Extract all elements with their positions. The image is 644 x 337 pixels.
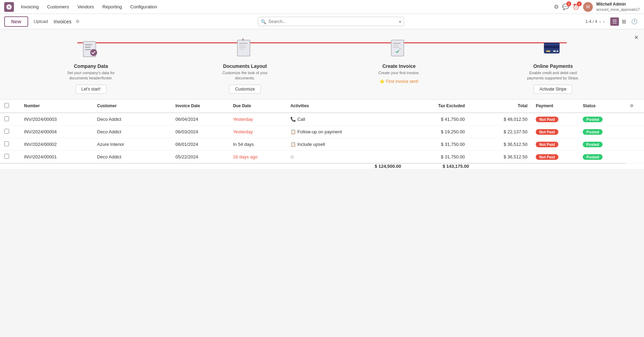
lets-start-button[interactable]: Let's start! <box>76 85 107 94</box>
svg-rect-15 <box>399 48 402 49</box>
row-checkbox[interactable] <box>4 154 9 159</box>
pagination-next[interactable]: › <box>603 19 605 24</box>
customer-name[interactable]: Azure Interior <box>93 138 171 150</box>
invoice-number[interactable]: INV/2024/00003 <box>20 113 93 126</box>
row-settings-cell <box>626 150 644 163</box>
kanban-view-icon[interactable]: ⊞ <box>620 17 628 26</box>
invoice-number[interactable]: INV/2024/00002 <box>20 138 93 150</box>
upload-button[interactable]: Upload <box>31 17 51 25</box>
col-header-settings[interactable]: ⚙ <box>626 100 644 113</box>
onboarding-step-invoice: Create Invoice Create your first invoice… <box>322 36 476 84</box>
customer-name[interactable]: Deco Addict <box>93 113 171 126</box>
phone-icon: 📞 <box>290 117 296 122</box>
activity-cell[interactable]: 📋Include upsell <box>286 138 401 150</box>
nav-configuration[interactable]: Configuration <box>129 4 158 9</box>
create-invoice-icon <box>387 36 411 61</box>
svg-rect-3 <box>85 49 91 50</box>
row-checkbox-cell[interactable] <box>0 150 20 163</box>
invoice-number[interactable]: INV/2024/00004 <box>20 125 93 138</box>
svg-rect-6 <box>239 43 248 44</box>
onboarding-step-layout: Documents Layout Customize the look of y… <box>168 36 322 94</box>
nav-vendors[interactable]: Vendors <box>76 4 95 9</box>
step-invoice-status-label: First invoice sent! <box>386 79 418 84</box>
invoice-date: 06/03/2024 <box>171 125 229 138</box>
svg-rect-20 <box>557 50 558 52</box>
row-checkbox[interactable] <box>4 129 9 134</box>
onboarding-close-button[interactable]: × <box>634 33 638 41</box>
select-all-checkbox[interactable] <box>4 103 9 108</box>
circle-icon: ⊙ <box>290 154 294 159</box>
status-badge-cell: Posted <box>579 138 626 150</box>
pagination-prev[interactable]: ‹ <box>599 19 601 24</box>
step-company-desc: Set your company's data for documents he… <box>60 70 122 81</box>
payment-badge-cell: Not Paid <box>532 125 579 138</box>
total: $ 48,012.50 <box>469 113 532 126</box>
activity-cell[interactable]: 📞Call <box>286 113 401 126</box>
col-header-invoice-date[interactable]: Invoice Date <box>171 100 229 113</box>
payment-badge-cell: Not Paid <box>532 150 579 163</box>
row-checkbox[interactable] <box>4 141 9 146</box>
svg-rect-2 <box>85 47 91 48</box>
col-select-all[interactable] <box>0 100 20 113</box>
step-invoice-status: ⭐ First invoice sent! <box>379 79 418 84</box>
search-input[interactable] <box>258 17 404 26</box>
row-checkbox-cell[interactable] <box>0 113 20 126</box>
list-view-icon[interactable]: ☰ <box>610 17 619 26</box>
total: $ 36,512.50 <box>469 150 532 163</box>
activity-cell[interactable]: 📋Follow-up on payment <box>286 125 401 138</box>
activate-stripe-button[interactable]: Activate Stripe <box>534 85 572 94</box>
row-settings-cell <box>626 113 644 126</box>
settings-icon-btn[interactable]: ⚙ <box>554 3 559 10</box>
col-header-activities[interactable]: Activities <box>286 100 401 113</box>
not-paid-badge: Not Paid <box>536 129 558 135</box>
col-header-payment[interactable]: Payment <box>532 100 579 113</box>
customer-name[interactable]: Deco Addict <box>93 125 171 138</box>
clock-view-icon[interactable]: 🕐 <box>629 17 640 26</box>
row-settings-cell <box>626 138 644 150</box>
col-header-status[interactable]: Status <box>579 100 626 113</box>
top-nav-right: ⚙ 💬 2 ⏰ 1 M Mitchell Admin account_move_… <box>554 2 640 12</box>
status-star-icon: ⭐ <box>379 79 385 84</box>
invoice-number[interactable]: INV/2024/00001 <box>20 150 93 163</box>
col-header-number[interactable]: Number <box>20 100 93 113</box>
col-header-tax[interactable]: Tax Excluded <box>401 100 469 113</box>
step-layout-desc: Customize the look of your documents. <box>214 70 276 81</box>
col-header-total[interactable]: Total <box>469 100 532 113</box>
due-date: Yesterday <box>229 125 286 138</box>
tax-excluded: $ 41,750.00 <box>401 113 469 126</box>
user-role: account_move_approvals17 <box>596 7 640 12</box>
onboarding-banner: × Company Data Set your company's data f… <box>0 29 644 100</box>
table-footer-row: $ 124,500.00 $ 143,175.00 <box>0 163 644 169</box>
footer-tax-total: $ 124,500.00 <box>286 163 401 169</box>
footer-grand-total: $ 143,175.00 <box>401 163 469 169</box>
nav-customers[interactable]: Customers <box>46 4 70 9</box>
view-icons: ☰ ⊞ 🕐 <box>610 17 640 26</box>
upsell-icon: 📋 <box>290 142 296 147</box>
due-date: 16 days ago <box>229 150 286 163</box>
customize-button[interactable]: Customize <box>229 85 261 94</box>
customer-name[interactable]: Deco Addict <box>93 150 171 163</box>
search-dropdown-arrow[interactable]: ▾ <box>399 19 401 24</box>
activities-icon-btn[interactable]: ⏰ 1 <box>573 3 580 10</box>
company-data-icon <box>79 36 103 61</box>
action-bar: New Upload Invoices ⚙ 🔍 ▾ 1-4 / 4 ‹ › ☰ … <box>0 14 644 29</box>
posted-badge: Posted <box>583 129 603 135</box>
row-checkbox-cell[interactable] <box>0 125 20 138</box>
breadcrumb: Invoices <box>54 19 71 24</box>
nav-invoicing[interactable]: Invoicing <box>19 4 40 9</box>
invoices-settings-icon[interactable]: ⚙ <box>76 19 80 24</box>
app-logo[interactable] <box>4 2 14 12</box>
new-button[interactable]: New <box>4 16 28 27</box>
nav-reporting[interactable]: Reporting <box>101 4 123 9</box>
row-checkbox-cell[interactable] <box>0 138 20 150</box>
posted-badge: Posted <box>583 154 603 160</box>
follow-icon: 📋 <box>290 129 296 134</box>
row-checkbox[interactable] <box>4 116 9 121</box>
messages-icon-btn[interactable]: 💬 2 <box>562 3 569 10</box>
col-header-due-date[interactable]: Due Date <box>229 100 286 113</box>
activity-cell[interactable]: ⊙ <box>286 150 401 163</box>
table-settings-icon[interactable]: ⚙ <box>630 103 634 108</box>
svg-rect-13 <box>393 45 399 46</box>
col-header-customer[interactable]: Customer <box>93 100 171 113</box>
status-badge-cell: Posted <box>579 125 626 138</box>
